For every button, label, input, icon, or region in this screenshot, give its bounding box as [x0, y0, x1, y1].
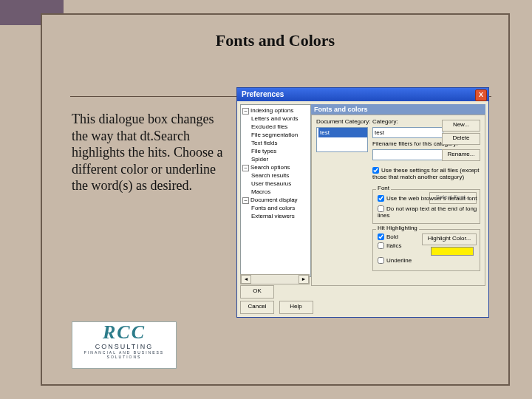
- doc-category-selected[interactable]: test: [318, 128, 367, 137]
- tree-item[interactable]: Search results: [242, 171, 309, 180]
- highlight-group-label: Hit Highlighting: [376, 225, 419, 231]
- tree-hscroll[interactable]: ◄ ►: [240, 274, 310, 284]
- tree-root-search[interactable]: –Search options: [242, 163, 309, 171]
- tree-item[interactable]: External viewers: [242, 212, 309, 220]
- tree-item[interactable]: Fonts and colors: [242, 204, 309, 212]
- rename-button[interactable]: Rename...: [442, 149, 480, 161]
- tree-item[interactable]: File segmentation: [242, 131, 309, 139]
- tree-root-document[interactable]: –Document display: [242, 196, 309, 204]
- tree-item[interactable]: Macros: [242, 188, 309, 196]
- italics-checkbox[interactable]: Italics: [378, 242, 401, 249]
- dialog-titlebar[interactable]: Preferences X: [237, 88, 488, 101]
- highlight-color-button[interactable]: Highlight Color...: [422, 233, 477, 245]
- delete-button[interactable]: Delete: [442, 133, 480, 145]
- tree-item[interactable]: Letters and words: [242, 115, 309, 123]
- tree-root-indexing[interactable]: –Indexing options: [242, 106, 309, 115]
- highlight-color-swatch: [431, 247, 474, 256]
- filters-input[interactable]: [372, 149, 443, 160]
- highlight-group: Hit Highlighting Bold Italics Underline …: [372, 229, 480, 271]
- logo-line3: FINANCIAL AND BUSINESS SOLUTIONS: [72, 350, 176, 359]
- use-these-checkbox[interactable]: Use these settings for all files (except…: [372, 167, 480, 180]
- new-button[interactable]: New...: [442, 120, 480, 132]
- preferences-dialog: Preferences X –Indexing options Letters …: [236, 87, 489, 318]
- cancel-button[interactable]: Cancel: [240, 301, 274, 314]
- underline-checkbox[interactable]: Underline: [378, 257, 412, 264]
- page-title: Fonts and Colors: [42, 31, 508, 50]
- tree-item[interactable]: Text fields: [242, 139, 309, 147]
- body-text: This dialogue box changes the way that d…: [72, 111, 227, 194]
- font-group: Font Select Font... Use the web browser'…: [372, 189, 480, 224]
- font-group-label: Font: [376, 185, 391, 191]
- tree-item[interactable]: Spider: [242, 155, 309, 163]
- bold-checkbox[interactable]: Bold: [378, 233, 398, 240]
- tree-item[interactable]: User thesaurus: [242, 180, 309, 188]
- ok-button[interactable]: OK: [240, 285, 274, 299]
- collapse-icon[interactable]: –: [242, 108, 249, 115]
- logo-line1: RCC: [72, 322, 176, 343]
- panel-header: Fonts and colors: [311, 104, 485, 115]
- category-label: Category:: [372, 118, 398, 125]
- scroll-right-icon[interactable]: ►: [299, 275, 309, 284]
- tree-item[interactable]: File types: [242, 147, 309, 155]
- logo-line2: CONSULTING: [72, 343, 176, 350]
- doc-category-list[interactable]: test: [316, 127, 368, 152]
- dialog-button-row: OK Cancel Help: [240, 285, 316, 314]
- help-button[interactable]: Help: [279, 301, 313, 314]
- dialog-title: Preferences: [242, 90, 284, 98]
- browser-font-checkbox[interactable]: Use the web browser's default font: [378, 195, 477, 202]
- tree-item[interactable]: Excluded files: [242, 123, 309, 131]
- no-wrap-checkbox[interactable]: Do not wrap text at the end of long line…: [378, 205, 480, 219]
- slide: Fonts and Colors This dialogue box chang…: [0, 0, 532, 399]
- close-icon[interactable]: X: [475, 89, 487, 101]
- collapse-icon[interactable]: –: [242, 165, 249, 171]
- right-panel: Document Category: test Category: test F…: [311, 115, 485, 286]
- collapse-icon[interactable]: –: [242, 197, 249, 204]
- scroll-left-icon[interactable]: ◄: [241, 275, 251, 284]
- rcc-logo: RCC CONSULTING FINANCIAL AND BUSINESS SO…: [72, 321, 177, 369]
- doc-category-label: Document Category:: [316, 118, 370, 125]
- options-tree[interactable]: –Indexing options Letters and words Excl…: [240, 104, 311, 277]
- category-input[interactable]: test: [372, 127, 443, 138]
